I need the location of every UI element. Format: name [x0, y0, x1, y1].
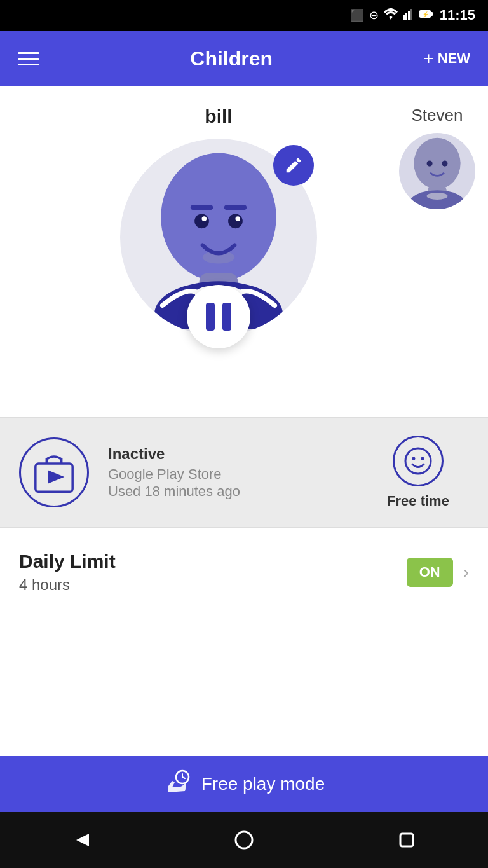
battery-icon: ⚡ — [419, 9, 433, 22]
svg-point-33 — [236, 832, 252, 848]
back-icon — [71, 830, 92, 850]
svg-rect-2 — [408, 11, 410, 20]
svg-rect-34 — [400, 834, 413, 846]
home-icon — [234, 830, 254, 850]
menu-button[interactable] — [18, 52, 39, 65]
avatar-steven — [402, 133, 472, 209]
svg-point-26 — [405, 448, 431, 474]
signal-icon — [403, 8, 414, 23]
page-title: Children — [190, 47, 273, 71]
smiley-icon — [403, 446, 433, 476]
secondary-profile[interactable]: Steven — [399, 106, 488, 209]
secondary-avatar — [399, 133, 475, 209]
free-time-area[interactable]: Free time — [367, 436, 469, 509]
wifi-icon — [384, 8, 398, 23]
daily-limit-section[interactable]: Daily Limit 4 hours ON › — [0, 528, 488, 617]
svg-rect-3 — [410, 9, 412, 20]
status-icons: ⬛ ⊖ ⚡ — [350, 8, 433, 23]
svg-marker-25 — [48, 471, 65, 484]
svg-point-16 — [235, 216, 240, 221]
svg-rect-0 — [403, 15, 405, 20]
svg-point-21 — [427, 161, 433, 167]
edit-avatar-button[interactable] — [273, 145, 314, 186]
profile-area: bill — [0, 86, 488, 417]
status-time: 11:15 — [440, 7, 475, 24]
recent-button[interactable] — [388, 821, 426, 859]
daily-limit-title: Daily Limit — [19, 551, 116, 572]
svg-point-28 — [421, 457, 424, 460]
home-button[interactable] — [225, 821, 263, 859]
daily-limit-controls: ON › — [407, 558, 469, 587]
new-button[interactable]: + NEW — [423, 48, 470, 69]
svg-point-27 — [412, 457, 416, 460]
pause-icon — [206, 303, 231, 331]
svg-text:⚡: ⚡ — [421, 11, 429, 18]
app-info: Inactive Google Play Store Used 18 minut… — [108, 445, 348, 500]
app-name: Google Play Store — [108, 465, 348, 484]
hand-clock-icon — [163, 768, 190, 795]
svg-rect-12 — [224, 205, 247, 210]
svg-rect-11 — [191, 205, 213, 210]
play-store-icon — [32, 450, 76, 495]
app-icon-wrapper — [19, 437, 89, 507]
svg-rect-1 — [405, 13, 407, 20]
free-play-icon — [163, 768, 190, 800]
pencil-icon — [284, 156, 303, 175]
daily-limit-hours: 4 hours — [19, 576, 116, 594]
svg-point-23 — [427, 193, 448, 200]
active-profile-name: bill — [205, 106, 232, 127]
free-time-icon — [393, 436, 444, 486]
svg-point-15 — [202, 216, 207, 221]
app-used-time: Used 18 minutes ago — [108, 483, 348, 500]
svg-point-13 — [194, 214, 209, 228]
new-label: NEW — [438, 50, 470, 67]
svg-marker-32 — [76, 834, 89, 846]
avatar-wrapper — [120, 139, 317, 336]
nav-bar: Children + NEW — [0, 31, 488, 86]
back-button[interactable] — [62, 821, 100, 859]
pause-button[interactable] — [187, 285, 250, 348]
svg-rect-5 — [431, 12, 433, 16]
daily-limit-info: Daily Limit 4 hours — [19, 551, 116, 594]
activity-section: Inactive Google Play Store Used 18 minut… — [0, 417, 488, 528]
status-bar: ⬛ ⊖ ⚡ 11:15 — [0, 0, 488, 31]
dnd-icon: ⊖ — [369, 8, 379, 22]
plus-icon: + — [423, 48, 433, 69]
cast-icon: ⬛ — [350, 8, 364, 22]
bottom-nav — [0, 812, 488, 868]
svg-line-31 — [182, 777, 185, 778]
svg-point-14 — [228, 214, 243, 228]
free-play-label: Free play mode — [201, 774, 325, 794]
free-play-bar[interactable]: Free play mode — [0, 756, 488, 812]
svg-point-22 — [442, 161, 447, 167]
recent-icon — [398, 831, 416, 849]
free-time-label: Free time — [387, 493, 449, 509]
app-status: Inactive — [108, 445, 348, 463]
svg-point-18 — [414, 138, 460, 189]
secondary-profile-name: Steven — [412, 106, 463, 125]
active-profile: bill — [0, 106, 399, 336]
on-badge[interactable]: ON — [407, 558, 453, 587]
chevron-right-icon: › — [463, 562, 469, 582]
